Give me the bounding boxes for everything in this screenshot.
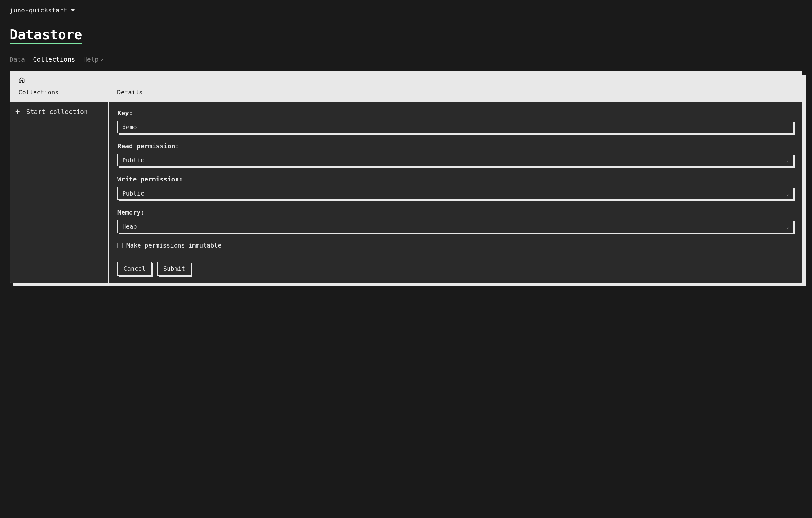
tab-data[interactable]: Data <box>9 56 25 63</box>
details-form: Key: Read permission: Public ⌄ <box>109 102 803 283</box>
panel-header: Collections Details <box>9 71 803 102</box>
tab-collections[interactable]: Collections <box>33 56 75 63</box>
subheader-details: Details <box>117 89 793 96</box>
form-group-read-permission: Read permission: Public ⌄ <box>117 142 793 166</box>
plus-icon: + <box>15 108 20 116</box>
immutable-label: Make permissions immutable <box>126 242 221 249</box>
tabs: Data Collections Help ↗ <box>9 56 803 63</box>
subheader-collections: Collections <box>19 89 117 96</box>
main-panel-wrapper: Collections Details + Start collection K… <box>9 71 803 283</box>
page-title: Datastore <box>9 27 82 44</box>
submit-button[interactable]: Submit <box>157 262 192 276</box>
form-group-memory: Memory: Heap ⌄ <box>117 209 793 233</box>
write-permission-label: Write permission: <box>117 176 793 183</box>
tab-help[interactable]: Help ↗ <box>83 56 104 63</box>
chevron-down-icon <box>70 9 75 11</box>
key-input[interactable] <box>117 121 793 133</box>
project-selector[interactable]: juno-quickstart <box>9 6 803 14</box>
cancel-button[interactable]: Cancel <box>117 262 152 276</box>
project-name: juno-quickstart <box>9 6 67 14</box>
main-panel: Collections Details + Start collection K… <box>9 71 803 283</box>
form-group-write-permission: Write permission: Public ⌄ <box>117 176 793 200</box>
form-buttons: Cancel Submit <box>117 262 793 276</box>
panel-body: + Start collection Key: Read permission: <box>9 102 803 283</box>
read-permission-select[interactable]: Public <box>117 154 793 166</box>
memory-select[interactable]: Heap <box>117 220 793 233</box>
start-collection-button[interactable]: + Start collection <box>15 108 103 116</box>
key-label: Key: <box>117 109 793 117</box>
home-icon[interactable] <box>19 77 25 85</box>
memory-label: Memory: <box>117 209 793 216</box>
external-link-icon: ↗ <box>100 57 104 63</box>
read-permission-label: Read permission: <box>117 142 793 150</box>
immutable-checkbox[interactable] <box>117 243 122 248</box>
immutable-checkbox-group: Make permissions immutable <box>117 242 793 249</box>
panel-subheader: Collections Details <box>19 89 793 99</box>
form-group-key: Key: <box>117 109 793 133</box>
write-permission-select[interactable]: Public <box>117 187 793 200</box>
collections-sidebar: + Start collection <box>9 102 109 283</box>
tab-help-label: Help <box>83 56 98 63</box>
start-collection-label: Start collection <box>26 108 88 116</box>
